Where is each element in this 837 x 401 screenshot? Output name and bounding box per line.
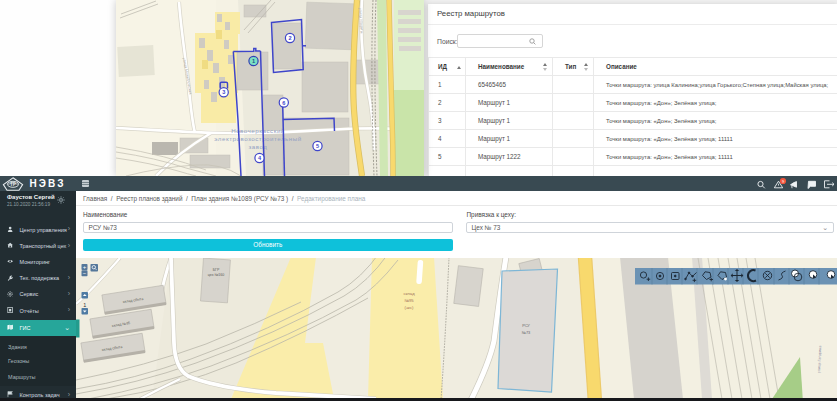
svg-text:№95: №95 xyxy=(404,298,414,303)
svg-text:БГР: БГР xyxy=(213,268,220,272)
svg-text:цех №160: цех №160 xyxy=(208,273,225,277)
svg-text:1: 1 xyxy=(252,58,255,64)
svg-text:РСУ: РСУ xyxy=(522,323,530,328)
svg-text:электровозостроительный: электровозостроительный xyxy=(214,135,301,142)
svg-text:6: 6 xyxy=(282,100,285,106)
svg-text:№73: №73 xyxy=(522,329,531,334)
svg-text:завод: завод xyxy=(249,143,268,150)
svg-text:+: + xyxy=(83,263,87,269)
svg-text:3: 3 xyxy=(222,89,225,95)
svg-text:склад: склад xyxy=(403,291,415,296)
svg-text:1: 1 xyxy=(83,301,86,307)
svg-text:(экс): (экс) xyxy=(405,305,415,310)
svg-text:−: − xyxy=(83,270,87,276)
svg-text:2: 2 xyxy=(288,35,291,41)
svg-text:5: 5 xyxy=(316,143,319,149)
svg-text:ТР: ТР xyxy=(10,182,16,187)
